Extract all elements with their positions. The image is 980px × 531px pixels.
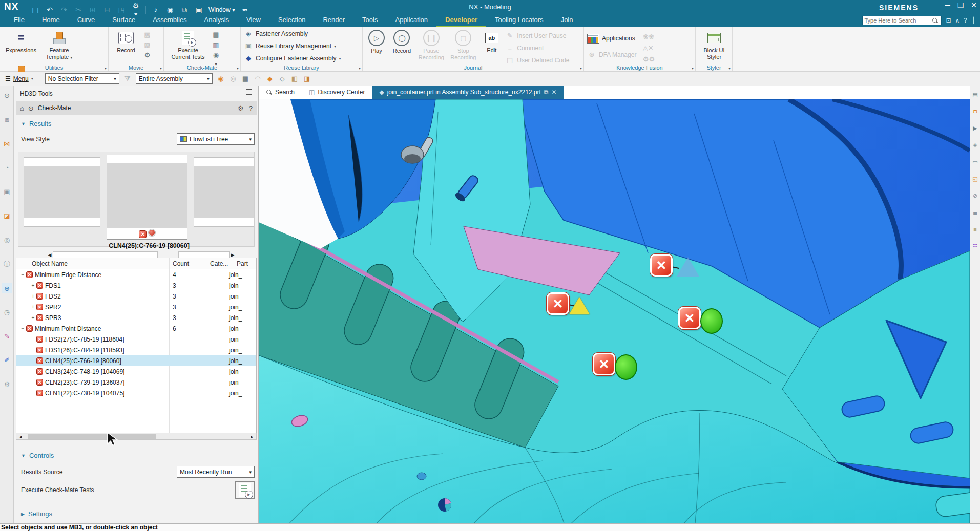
web-browser-icon[interactable]: ⊕ bbox=[2, 283, 12, 293]
highlight-cube-icon[interactable]: ◆ bbox=[265, 74, 275, 84]
customize-qat-icon[interactable]: ≂ bbox=[240, 6, 249, 14]
enable-snap-pair-icon[interactable]: ◎ bbox=[228, 74, 238, 84]
col-part[interactable]: Part bbox=[237, 260, 248, 267]
scroll-right-icon[interactable]: ▸ bbox=[249, 434, 255, 439]
assembly-navigator-icon[interactable]: ⧈ bbox=[2, 114, 12, 125]
expressions-button[interactable]: = Expressions bbox=[3, 29, 39, 62]
feature-template-button[interactable]: Feature Template ▾ bbox=[41, 29, 77, 62]
tab-developer[interactable]: Developer bbox=[436, 15, 486, 27]
close-tab-icon[interactable]: ✕ bbox=[551, 89, 556, 96]
checker-settings-icon[interactable]: ▤ bbox=[971, 90, 979, 99]
touch-mode-icon[interactable]: ◉ bbox=[165, 6, 175, 14]
results-section-header[interactable]: ▼ Results bbox=[21, 120, 51, 128]
home-icon[interactable]: ⌂ bbox=[20, 104, 24, 112]
tab-render[interactable]: Render bbox=[314, 15, 353, 27]
table-row[interactable]: +✕SPR23join_ bbox=[16, 302, 256, 312]
switch-window-icon[interactable]: ⧉ bbox=[180, 6, 189, 14]
result-thumbnail[interactable] bbox=[24, 157, 100, 227]
carousel-left-arrow[interactable]: ◀ bbox=[47, 252, 53, 258]
visual-reports-icon[interactable]: ✐ bbox=[2, 355, 12, 366]
command-finder-icon[interactable]: ⊙ bbox=[2, 90, 12, 101]
parts-stack-icon[interactable]: ≣ bbox=[971, 208, 979, 217]
table-row[interactable]: ✕FDS2(27):C-785-19 [118604]join_ bbox=[16, 334, 256, 345]
tab-selection[interactable]: Selection bbox=[269, 15, 314, 27]
scrollbar-thumb[interactable] bbox=[28, 434, 156, 439]
dfa-manager-button[interactable]: ⊛ DFA Manager bbox=[587, 47, 636, 62]
search-icon[interactable] bbox=[932, 17, 938, 24]
tab-analysis[interactable]: Analysis bbox=[196, 15, 238, 27]
deferred-check-icon[interactable]: ◱ bbox=[971, 175, 979, 183]
comment-button[interactable]: ≡ Comment bbox=[505, 42, 569, 54]
check-failure-badge[interactable]: ✕ bbox=[593, 353, 615, 375]
command-search[interactable] bbox=[862, 16, 942, 25]
help-icon[interactable]: ? bbox=[964, 17, 967, 24]
result-thumbnail[interactable] bbox=[194, 157, 254, 227]
table-row[interactable]: +✕FDS13join_ bbox=[16, 280, 256, 291]
panel-help-icon[interactable]: ? bbox=[249, 104, 253, 112]
repeat-command-icon[interactable]: ◳ bbox=[117, 6, 126, 14]
group-label-journal[interactable]: Journal▾ bbox=[363, 65, 583, 71]
minimize-ribbon-icon[interactable]: ∧ bbox=[955, 17, 960, 24]
group-label-utilities[interactable]: Utilities▾ bbox=[0, 65, 108, 71]
group-label-knowledge-fusion[interactable]: Knowledge Fusion▾ bbox=[584, 65, 695, 71]
view-style-combo[interactable]: FlowList+Tree ▾ bbox=[177, 133, 255, 145]
reuse-library-management-button[interactable]: ▣ Reuse Library Management ▾ bbox=[244, 40, 359, 52]
table-row[interactable]: −✕Minimum Point Distance6join_ bbox=[16, 323, 256, 334]
constraint-navigator-icon[interactable]: ⋈ bbox=[2, 138, 12, 149]
search-input[interactable] bbox=[864, 17, 932, 24]
movie-settings-icon[interactable]: ▩ bbox=[142, 31, 152, 39]
tab-search[interactable]: Search bbox=[259, 86, 302, 99]
cut-icon[interactable]: ✂ bbox=[74, 6, 83, 14]
tab-tools[interactable]: Tools bbox=[353, 15, 386, 27]
table-h-scrollbar[interactable]: ◂ ▸ bbox=[16, 433, 257, 440]
checkmate-add-icon[interactable]: ▥ bbox=[211, 41, 220, 49]
hide-result-icon[interactable]: ⊘ bbox=[971, 192, 979, 200]
restore-button[interactable]: ❏ bbox=[957, 1, 964, 9]
shaded-cube-icon[interactable]: ◧ bbox=[289, 74, 300, 84]
palette-icon[interactable]: ☷ bbox=[971, 242, 979, 251]
movie-options-icon[interactable]: ⚙ bbox=[142, 51, 152, 59]
close-button[interactable]: ✕ bbox=[971, 1, 977, 9]
window-menu[interactable]: Window ▾ bbox=[208, 6, 235, 13]
fullscreen-icon[interactable]: ⊡ bbox=[946, 17, 951, 24]
settings-section-header[interactable]: ▶ Settings bbox=[21, 510, 52, 518]
execute-tests-button[interactable] bbox=[235, 481, 255, 499]
table-row[interactable]: +✕SPR33join_ bbox=[16, 312, 256, 323]
table-row[interactable]: −✕Minimum Edge Distance4join_ bbox=[16, 269, 256, 280]
table-row[interactable]: ✕CLN2(23):C-739-19 [136037]join_ bbox=[16, 377, 256, 388]
voice-command-icon[interactable]: ♪ bbox=[151, 6, 160, 14]
minimize-button[interactable]: ─ bbox=[945, 1, 950, 9]
detach-tab-icon[interactable]: ⧉ bbox=[544, 89, 549, 96]
add-cube-icon[interactable]: ◇ ▾ bbox=[277, 74, 287, 84]
tab-application[interactable]: Application bbox=[386, 15, 436, 27]
feature-stamp-icon[interactable]: ◘ bbox=[971, 107, 979, 116]
tab-discovery-center[interactable]: ◫ Discovery Center bbox=[302, 86, 372, 99]
lasso-icon[interactable]: ◠ bbox=[253, 74, 263, 84]
execute-current-tests-button[interactable]: Execute Current Tests bbox=[167, 29, 209, 62]
checkmate-view-icon[interactable]: ◉ ▾ bbox=[211, 51, 220, 59]
check-failure-badge[interactable]: ✕ bbox=[547, 292, 569, 315]
redo-icon[interactable]: ↷ bbox=[59, 6, 69, 14]
record-journal-button[interactable]: ◯ Record bbox=[389, 29, 414, 54]
stop-recording-button[interactable]: ▢ Stop Recording bbox=[448, 29, 478, 60]
custom-tools-icon[interactable]: ⚙ bbox=[2, 379, 12, 390]
group-label-checkmate[interactable]: Check-Mate▾ bbox=[164, 65, 240, 71]
tab-assemblies[interactable]: Assemblies bbox=[144, 15, 195, 27]
hd3d-tools-icon[interactable]: ✎ bbox=[2, 331, 12, 342]
graphics-viewport[interactable]: ✕✕✕✕ bbox=[259, 99, 970, 523]
table-row[interactable]: ✕CLN3(24):C-748-19 [104069]join_ bbox=[16, 366, 256, 377]
block-ui-styler-button[interactable]: Block UI Styler bbox=[699, 29, 729, 62]
check-failure-badge[interactable]: ✕ bbox=[678, 307, 701, 329]
warning-triangle-glyph[interactable] bbox=[569, 297, 590, 314]
tab-active-part[interactable]: ◆ join_container.prt in Assembly Sub_str… bbox=[372, 86, 564, 99]
plate-icon[interactable]: ▭ bbox=[971, 158, 979, 166]
group-label-movie[interactable]: Movie▾ bbox=[109, 65, 163, 71]
expander-icon[interactable]: + bbox=[31, 304, 35, 310]
panel-dock-icon[interactable] bbox=[246, 89, 252, 95]
col-category[interactable]: Cate... bbox=[210, 260, 228, 267]
tab-view[interactable]: View bbox=[238, 15, 269, 27]
expander-icon[interactable]: + bbox=[31, 315, 35, 321]
group-label-styler[interactable]: Styler▾ bbox=[696, 65, 732, 71]
check-failure-badge[interactable]: ✕ bbox=[650, 254, 673, 277]
part-navigator-icon[interactable]: ◔ bbox=[2, 162, 12, 173]
